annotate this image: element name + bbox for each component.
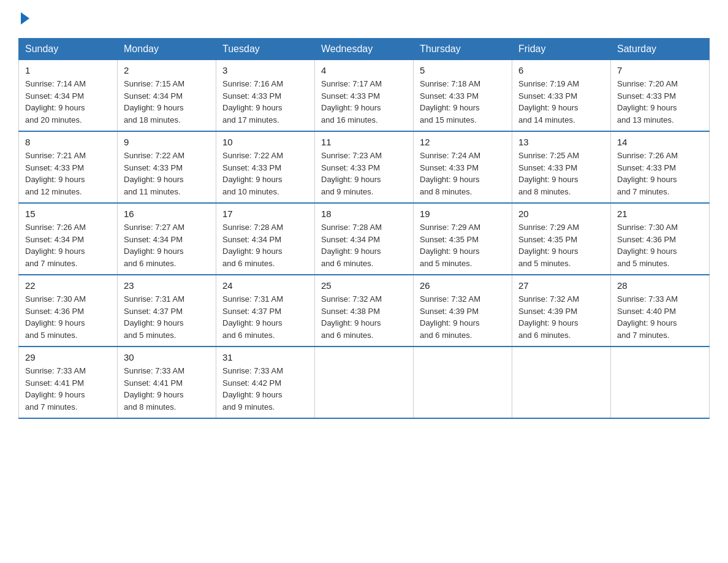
calendar-cell — [315, 347, 414, 418]
header-row: SundayMondayTuesdayWednesdayThursdayFrid… — [19, 39, 710, 60]
day-number: 14 — [617, 137, 703, 147]
day-info: Sunrise: 7:33 AMSunset: 4:41 PMDaylight:… — [124, 366, 184, 412]
day-info: Sunrise: 7:24 AMSunset: 4:33 PMDaylight:… — [420, 151, 480, 196]
logo — [18, 12, 29, 26]
day-info: Sunrise: 7:28 AMSunset: 4:34 PMDaylight:… — [321, 223, 382, 268]
calendar-week-4: 22 Sunrise: 7:30 AMSunset: 4:36 PMDaylig… — [19, 275, 710, 347]
calendar-cell: 10 Sunrise: 7:22 AMSunset: 4:33 PMDaylig… — [216, 131, 315, 203]
day-number: 23 — [124, 280, 210, 291]
day-info: Sunrise: 7:16 AMSunset: 4:33 PMDaylight:… — [222, 79, 283, 124]
calendar-table: SundayMondayTuesdayWednesdayThursdayFrid… — [18, 38, 710, 419]
day-number: 13 — [518, 137, 604, 147]
day-number: 7 — [617, 65, 703, 75]
day-number: 3 — [222, 65, 308, 75]
day-info: Sunrise: 7:33 AMSunset: 4:40 PMDaylight:… — [617, 294, 678, 340]
calendar-cell: 26 Sunrise: 7:32 AMSunset: 4:39 PMDaylig… — [414, 275, 512, 347]
day-info: Sunrise: 7:19 AMSunset: 4:33 PMDaylight:… — [518, 79, 579, 124]
calendar-cell: 16 Sunrise: 7:27 AMSunset: 4:34 PMDaylig… — [118, 203, 216, 275]
calendar-cell: 13 Sunrise: 7:25 AMSunset: 4:33 PMDaylig… — [512, 131, 611, 203]
calendar-cell — [414, 347, 512, 418]
day-info: Sunrise: 7:22 AMSunset: 4:33 PMDaylight:… — [222, 151, 283, 196]
calendar-cell: 4 Sunrise: 7:17 AMSunset: 4:33 PMDayligh… — [315, 60, 414, 132]
day-number: 16 — [124, 209, 210, 219]
day-info: Sunrise: 7:32 AMSunset: 4:38 PMDaylight:… — [321, 294, 382, 340]
day-info: Sunrise: 7:18 AMSunset: 4:33 PMDaylight:… — [420, 79, 480, 124]
header-cell-tuesday: Tuesday — [216, 39, 315, 60]
header-cell-thursday: Thursday — [414, 39, 512, 60]
day-info: Sunrise: 7:27 AMSunset: 4:34 PMDaylight:… — [124, 223, 184, 268]
day-info: Sunrise: 7:26 AMSunset: 4:34 PMDaylight:… — [25, 223, 86, 268]
header-cell-friday: Friday — [512, 39, 611, 60]
calendar-cell: 29 Sunrise: 7:33 AMSunset: 4:41 PMDaylig… — [19, 347, 118, 418]
calendar-cell: 1 Sunrise: 7:14 AMSunset: 4:34 PMDayligh… — [19, 60, 118, 132]
logo-blue-text — [18, 12, 29, 26]
calendar-cell: 22 Sunrise: 7:30 AMSunset: 4:36 PMDaylig… — [19, 275, 118, 347]
day-info: Sunrise: 7:25 AMSunset: 4:33 PMDaylight:… — [518, 151, 579, 196]
calendar-cell: 5 Sunrise: 7:18 AMSunset: 4:33 PMDayligh… — [414, 60, 512, 132]
calendar-cell: 3 Sunrise: 7:16 AMSunset: 4:33 PMDayligh… — [216, 60, 315, 132]
calendar-cell: 19 Sunrise: 7:29 AMSunset: 4:35 PMDaylig… — [414, 203, 512, 275]
day-info: Sunrise: 7:20 AMSunset: 4:33 PMDaylight:… — [617, 79, 678, 124]
calendar-cell: 31 Sunrise: 7:33 AMSunset: 4:42 PMDaylig… — [216, 347, 315, 418]
day-number: 27 — [518, 280, 604, 291]
calendar-cell: 18 Sunrise: 7:28 AMSunset: 4:34 PMDaylig… — [315, 203, 414, 275]
day-number: 15 — [25, 209, 111, 219]
calendar-cell: 15 Sunrise: 7:26 AMSunset: 4:34 PMDaylig… — [19, 203, 118, 275]
day-info: Sunrise: 7:31 AMSunset: 4:37 PMDaylight:… — [124, 294, 184, 340]
day-info: Sunrise: 7:17 AMSunset: 4:33 PMDaylight:… — [321, 79, 382, 124]
day-info: Sunrise: 7:33 AMSunset: 4:42 PMDaylight:… — [222, 366, 283, 412]
day-info: Sunrise: 7:29 AMSunset: 4:35 PMDaylight:… — [518, 223, 579, 268]
calendar-week-5: 29 Sunrise: 7:33 AMSunset: 4:41 PMDaylig… — [19, 347, 710, 418]
day-number: 10 — [222, 137, 308, 147]
day-info: Sunrise: 7:21 AMSunset: 4:33 PMDaylight:… — [25, 151, 86, 196]
calendar-cell: 6 Sunrise: 7:19 AMSunset: 4:33 PMDayligh… — [512, 60, 611, 132]
calendar-cell: 21 Sunrise: 7:30 AMSunset: 4:36 PMDaylig… — [611, 203, 710, 275]
day-info: Sunrise: 7:15 AMSunset: 4:34 PMDaylight:… — [124, 79, 184, 124]
header-cell-wednesday: Wednesday — [315, 39, 414, 60]
day-number: 17 — [222, 209, 308, 219]
calendar-cell: 25 Sunrise: 7:32 AMSunset: 4:38 PMDaylig… — [315, 275, 414, 347]
day-number: 30 — [124, 352, 210, 362]
day-number: 22 — [25, 280, 111, 291]
calendar-week-1: 1 Sunrise: 7:14 AMSunset: 4:34 PMDayligh… — [19, 60, 710, 132]
day-info: Sunrise: 7:31 AMSunset: 4:37 PMDaylight:… — [222, 294, 283, 340]
day-number: 11 — [321, 137, 407, 147]
header-cell-saturday: Saturday — [611, 39, 710, 60]
calendar-cell: 2 Sunrise: 7:15 AMSunset: 4:34 PMDayligh… — [118, 60, 216, 132]
header-cell-monday: Monday — [118, 39, 216, 60]
day-number: 29 — [25, 352, 111, 362]
calendar-cell — [611, 347, 710, 418]
page-header — [18, 12, 710, 26]
day-info: Sunrise: 7:26 AMSunset: 4:33 PMDaylight:… — [617, 151, 678, 196]
day-number: 12 — [420, 137, 506, 147]
calendar-cell: 23 Sunrise: 7:31 AMSunset: 4:37 PMDaylig… — [118, 275, 216, 347]
day-info: Sunrise: 7:30 AMSunset: 4:36 PMDaylight:… — [617, 223, 678, 268]
day-number: 31 — [222, 352, 308, 362]
day-number: 24 — [222, 280, 308, 291]
calendar-cell: 11 Sunrise: 7:23 AMSunset: 4:33 PMDaylig… — [315, 131, 414, 203]
calendar-cell: 20 Sunrise: 7:29 AMSunset: 4:35 PMDaylig… — [512, 203, 611, 275]
day-number: 20 — [518, 209, 604, 219]
calendar-cell: 9 Sunrise: 7:22 AMSunset: 4:33 PMDayligh… — [118, 131, 216, 203]
day-number: 8 — [25, 137, 111, 147]
calendar-cell: 8 Sunrise: 7:21 AMSunset: 4:33 PMDayligh… — [19, 131, 118, 203]
header-cell-sunday: Sunday — [19, 39, 118, 60]
day-info: Sunrise: 7:33 AMSunset: 4:41 PMDaylight:… — [25, 366, 86, 412]
day-number: 19 — [420, 209, 506, 219]
day-number: 26 — [420, 280, 506, 291]
day-number: 28 — [617, 280, 703, 291]
calendar-cell: 14 Sunrise: 7:26 AMSunset: 4:33 PMDaylig… — [611, 131, 710, 203]
calendar-cell: 24 Sunrise: 7:31 AMSunset: 4:37 PMDaylig… — [216, 275, 315, 347]
day-info: Sunrise: 7:32 AMSunset: 4:39 PMDaylight:… — [420, 294, 480, 340]
day-number: 18 — [321, 209, 407, 219]
day-info: Sunrise: 7:29 AMSunset: 4:35 PMDaylight:… — [420, 223, 480, 268]
calendar-cell: 30 Sunrise: 7:33 AMSunset: 4:41 PMDaylig… — [118, 347, 216, 418]
calendar-cell: 28 Sunrise: 7:33 AMSunset: 4:40 PMDaylig… — [611, 275, 710, 347]
day-info: Sunrise: 7:30 AMSunset: 4:36 PMDaylight:… — [25, 294, 86, 340]
day-info: Sunrise: 7:22 AMSunset: 4:33 PMDaylight:… — [124, 151, 184, 196]
day-info: Sunrise: 7:14 AMSunset: 4:34 PMDaylight:… — [25, 79, 86, 124]
calendar-week-3: 15 Sunrise: 7:26 AMSunset: 4:34 PMDaylig… — [19, 203, 710, 275]
day-number: 6 — [518, 65, 604, 75]
day-number: 21 — [617, 209, 703, 219]
calendar-cell: 17 Sunrise: 7:28 AMSunset: 4:34 PMDaylig… — [216, 203, 315, 275]
